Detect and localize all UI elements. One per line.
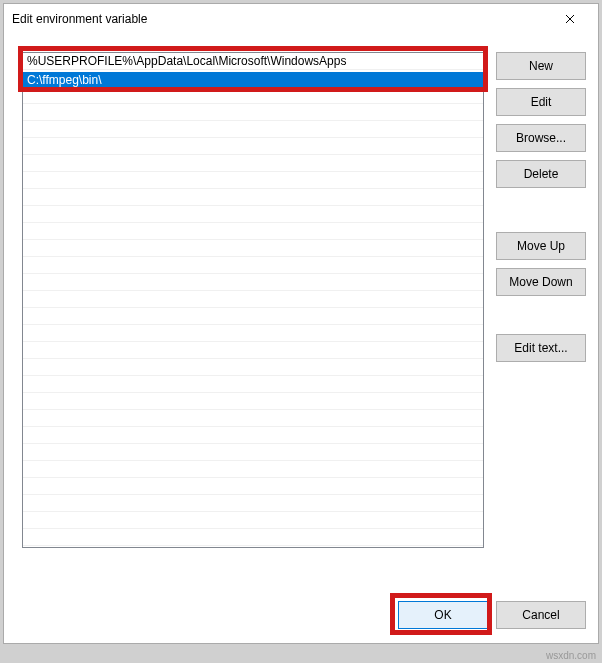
close-icon bbox=[565, 14, 575, 24]
list-item-empty[interactable] bbox=[23, 172, 483, 189]
list-item-empty[interactable] bbox=[23, 461, 483, 478]
path-listbox[interactable]: %USERPROFILE%\AppData\Local\Microsoft\Wi… bbox=[22, 52, 484, 548]
list-item-empty[interactable] bbox=[23, 257, 483, 274]
list-item-empty[interactable] bbox=[23, 393, 483, 410]
list-item-empty[interactable] bbox=[23, 376, 483, 393]
list-item-empty[interactable] bbox=[23, 223, 483, 240]
cancel-button[interactable]: Cancel bbox=[496, 601, 586, 629]
edit-env-var-dialog: Edit environment variable %USERPROFILE%\… bbox=[3, 3, 599, 644]
edit-text-button[interactable]: Edit text... bbox=[496, 334, 586, 362]
list-item-editing[interactable] bbox=[23, 70, 483, 87]
list-item-empty[interactable] bbox=[23, 529, 483, 546]
close-button[interactable] bbox=[550, 5, 590, 33]
dialog-footer: OK Cancel bbox=[4, 587, 598, 643]
delete-button[interactable]: Delete bbox=[496, 160, 586, 188]
dialog-title: Edit environment variable bbox=[12, 12, 550, 26]
list-item-empty[interactable] bbox=[23, 138, 483, 155]
list-item-empty[interactable] bbox=[23, 155, 483, 172]
move-up-button[interactable]: Move Up bbox=[496, 232, 586, 260]
new-button[interactable]: New bbox=[496, 52, 586, 80]
side-buttons: New Edit Browse... Delete Move Up Move D… bbox=[496, 52, 586, 575]
path-edit-input[interactable] bbox=[23, 72, 483, 89]
list-item-empty[interactable] bbox=[23, 274, 483, 291]
move-down-button[interactable]: Move Down bbox=[496, 268, 586, 296]
list-item-empty[interactable] bbox=[23, 189, 483, 206]
titlebar: Edit environment variable bbox=[4, 4, 598, 34]
spacer bbox=[496, 196, 586, 232]
list-item-empty[interactable] bbox=[23, 512, 483, 529]
browse-button[interactable]: Browse... bbox=[496, 124, 586, 152]
spacer bbox=[496, 304, 586, 334]
list-item-empty[interactable] bbox=[23, 240, 483, 257]
list-area: %USERPROFILE%\AppData\Local\Microsoft\Wi… bbox=[22, 52, 484, 575]
list-item-empty[interactable] bbox=[23, 87, 483, 104]
list-item-empty[interactable] bbox=[23, 291, 483, 308]
list-item-empty[interactable] bbox=[23, 427, 483, 444]
list-item-empty[interactable] bbox=[23, 342, 483, 359]
list-item-empty[interactable] bbox=[23, 121, 483, 138]
watermark-text: wsxdn.com bbox=[546, 650, 596, 661]
dialog-content: %USERPROFILE%\AppData\Local\Microsoft\Wi… bbox=[4, 34, 598, 587]
list-item-empty[interactable] bbox=[23, 410, 483, 427]
list-item[interactable]: %USERPROFILE%\AppData\Local\Microsoft\Wi… bbox=[23, 53, 483, 70]
ok-button[interactable]: OK bbox=[398, 601, 488, 629]
list-item-empty[interactable] bbox=[23, 206, 483, 223]
list-item-empty[interactable] bbox=[23, 325, 483, 342]
list-item-empty[interactable] bbox=[23, 495, 483, 512]
list-item-empty[interactable] bbox=[23, 308, 483, 325]
list-item-empty[interactable] bbox=[23, 359, 483, 376]
edit-button[interactable]: Edit bbox=[496, 88, 586, 116]
list-item-empty[interactable] bbox=[23, 444, 483, 461]
list-item-empty[interactable] bbox=[23, 104, 483, 121]
list-item-empty[interactable] bbox=[23, 478, 483, 495]
